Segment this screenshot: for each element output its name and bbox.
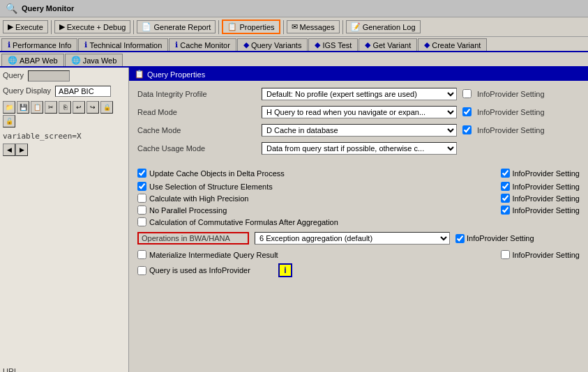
operations-bwa-select[interactable]: 6 Exception aggregation (default) [255,232,450,245]
read-mode-checkbox[interactable] [462,107,472,116]
icon-btn-4[interactable]: ✂ [45,101,57,114]
cache-mode-checkbox[interactable] [462,125,472,134]
icon-btn-5[interactable]: ⎘ [59,101,71,114]
tab-query-variants[interactable]: ◆ Query Variants [237,38,308,51]
read-mode-select[interactable]: H Query to read when you navigate or exp… [262,106,457,118]
data-integrity-checkbox[interactable] [462,89,472,98]
materialize-checkbox[interactable] [137,250,146,259]
query-props-title: Query Properties [147,70,205,79]
query-label: Query [3,71,24,79]
icon-btn-9[interactable]: 🔓 [3,115,15,127]
update-cache-label: Update Cache Objects in Delta Process [149,169,285,178]
no-parallel-checkbox[interactable] [137,206,146,215]
sep3 [218,20,219,34]
cache-mode-select[interactable]: D Cache in database [262,124,457,137]
perf-info-icon: ℹ [8,40,10,49]
query-infoprovider-checkbox[interactable] [137,266,146,275]
messages-button[interactable]: ✉ Messages [287,20,340,33]
use-selection-infoprovider-label: InfoProvider Setting [512,183,580,191]
update-cache-infoprovider-checkbox[interactable] [501,169,510,178]
use-selection-label: Use Selection of Structure Elements [149,183,273,191]
update-cache-checkbox[interactable] [137,169,146,178]
execute-debug-icon: ▶ [59,22,65,31]
query-variants-icon: ◆ [243,40,249,49]
app-title: Query Monitor [22,4,74,13]
no-parallel-row: No Parallel Processing InfoProvider Sett… [137,206,580,215]
tab-java-web[interactable]: 🌐 Java Web [65,54,123,66]
calc-precision-infoprovider-label: InfoProvider Setting [512,194,580,203]
sep2 [133,20,134,34]
messages-icon: ✉ [292,22,298,31]
scroll-left[interactable]: ◀ [3,144,15,156]
icon-btn-2[interactable]: 💾 [17,101,29,114]
tab-abap-web[interactable]: 🌐 ABAP Web [1,54,64,66]
calc-commutative-label: Calculation of Commutative Formulas Afte… [149,218,338,226]
right-panel: 📋 Query Properties Data Integrity Profil… [129,68,588,372]
toolbar: ▶ Execute ▶ Execute + Debug 📄 Generate R… [0,17,588,37]
igs-test-icon: ◆ [315,40,320,49]
query-infoprovider-row: Query is used as InfoProvider i [137,263,580,277]
execute-debug-button[interactable]: ▶ Execute + Debug [54,20,131,33]
generate-report-button[interactable]: 📄 Generate Report [137,20,216,33]
data-integrity-select[interactable]: Default: No profile (expert settings are… [262,88,457,100]
materialize-infoprovider: InfoProvider Setting [501,250,580,259]
data-integrity-label: Data Integrity Profile [137,90,256,98]
properties-button[interactable]: 📋 Properties [222,20,280,34]
read-mode-label: Read Mode [137,108,256,116]
title-icon: 🔍 [6,3,17,14]
tab-cache-monitor[interactable]: ℹ Cache Monitor [169,38,236,51]
tab-igs-test[interactable]: ◆ IGS Test [308,38,358,51]
use-selection-checkbox[interactable] [137,182,146,191]
get-variant-icon: ◆ [365,40,370,49]
info-icon[interactable]: i [278,263,292,277]
cache-mode-label: Cache Mode [137,126,256,134]
icon-btn-8[interactable]: 🔒 [100,101,113,114]
scroll-right[interactable]: ▶ [15,144,28,156]
no-parallel-infoprovider-checkbox[interactable] [501,206,510,215]
calc-precision-infoprovider-checkbox[interactable] [501,194,510,203]
generation-log-icon: 📝 [351,22,361,31]
sep5 [342,20,343,34]
query-display-row: Query Display ABAP BIC [3,86,126,97]
execute-button[interactable]: ▶ Execute [3,20,48,33]
cache-monitor-icon: ℹ [175,40,178,49]
tab-technical-information[interactable]: ℹ Technical Information [78,38,168,51]
data-integrity-infoprovider-label: InfoProvider Setting [477,90,545,98]
execute-icon: ▶ [8,22,13,31]
query-display-label: Query Display [3,86,51,95]
operations-bwa-row: Operations in BWA/HANA 6 Exception aggre… [137,232,580,245]
calc-precision-label: Calculate with High Precision [149,194,248,203]
data-integrity-row: Data Integrity Profile Default: No profi… [137,88,580,100]
use-selection-infoprovider-checkbox[interactable] [501,182,510,191]
calc-commutative-checkbox[interactable] [137,217,146,226]
gap1 [137,160,580,169]
tech-info-icon: ℹ [84,40,87,49]
cache-mode-infoprovider-label: InfoProvider Setting [477,126,545,134]
main-area: Query Query Display ABAP BIC 📁 💾 📋 ✂ ⎘ ↩… [0,68,588,372]
update-cache-row: Update Cache Objects in Delta Process In… [137,169,580,178]
icon-btn-6[interactable]: ↩ [73,101,85,114]
icon-btn-7[interactable]: ↪ [86,101,99,114]
calc-commutative-row: Calculation of Commutative Formulas Afte… [137,217,580,226]
tab-get-variant[interactable]: ◆ Get Variant [359,38,417,51]
materialize-infoprovider-checkbox[interactable] [501,250,510,259]
calc-precision-row: Calculate with High Precision InfoProvid… [137,194,580,203]
cache-mode-row: Cache Mode D Cache in database InfoProvi… [137,124,580,137]
calc-precision-infoprovider: InfoProvider Setting [501,194,580,203]
no-parallel-infoprovider: InfoProvider Setting [501,206,580,215]
generation-log-button[interactable]: 📝 Generation Log [346,20,421,33]
tab-create-variant[interactable]: ◆ Create Variant [418,38,487,51]
cache-usage-select[interactable]: Data from query start if possible, other… [262,142,457,155]
query-input[interactable] [28,70,70,82]
icon-btn-3[interactable]: 📋 [31,101,43,114]
use-selection-infoprovider: InfoProvider Setting [501,182,580,191]
sep1 [51,20,52,34]
query-display-value: ABAP BIC [55,86,111,97]
operations-bwa-label: Operations in BWA/HANA [137,232,249,245]
operations-bwa-infoprovider-checkbox[interactable] [455,234,465,243]
cache-mode-infoprovider-check [462,125,472,136]
calc-precision-checkbox[interactable] [137,194,146,203]
tab-performance-info[interactable]: ℹ Performance Info [1,38,77,51]
icon-btn-1[interactable]: 📁 [3,101,15,114]
cache-usage-row: Cache Usage Mode Data from query start i… [137,142,580,155]
